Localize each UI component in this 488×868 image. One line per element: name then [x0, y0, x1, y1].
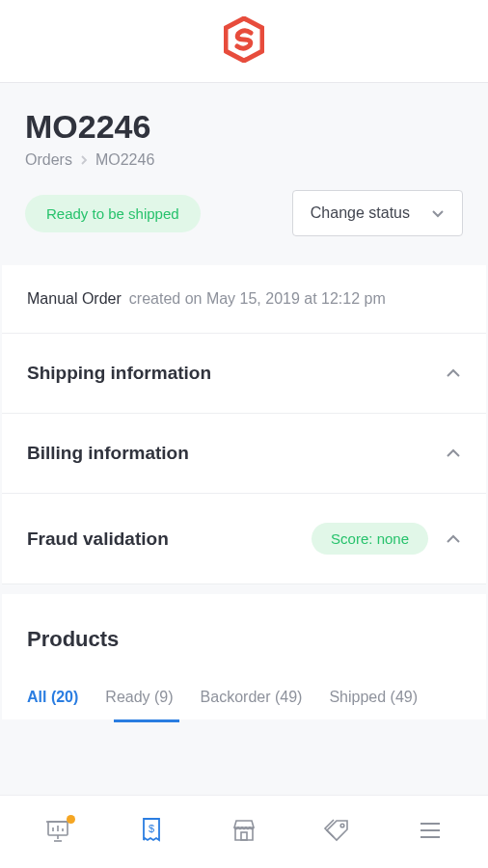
notification-dot — [67, 815, 75, 824]
products-title: Products — [2, 627, 486, 652]
fraud-title: Fraud validation — [27, 529, 169, 550]
app-logo — [224, 16, 264, 67]
breadcrumb-current: MO2246 — [95, 151, 154, 169]
page-title: MO2246 — [25, 108, 463, 146]
shipping-section[interactable]: Shipping information — [2, 334, 486, 414]
billing-section[interactable]: Billing information — [2, 414, 486, 494]
status-row: Ready to be shipped Change status — [25, 190, 463, 236]
nav-tags[interactable] — [315, 811, 358, 854]
tab-ready[interactable]: Ready (9) — [105, 689, 173, 719]
chevron-down-icon — [431, 204, 445, 222]
app-header — [0, 0, 488, 83]
chevron-up-icon — [446, 530, 461, 548]
order-meta-section: Manual Order created on May 15, 2019 at … — [2, 265, 486, 334]
nav-orders[interactable]: $ — [130, 811, 173, 854]
svg-point-10 — [341, 824, 345, 827]
tab-underline — [114, 719, 179, 722]
tab-backorder[interactable]: Backorder (49) — [201, 689, 303, 719]
fraud-section[interactable]: Fraud validation Score: none — [2, 494, 486, 584]
chevron-up-icon — [446, 365, 461, 382]
products-card: Products All (20) Ready (9) Backorder (4… — [2, 594, 486, 719]
nav-menu[interactable] — [409, 811, 451, 854]
order-type-label: Manual Order — [27, 290, 122, 308]
menu-icon — [419, 822, 442, 843]
bottom-nav: $ — [0, 795, 488, 868]
chevron-right-icon — [80, 153, 88, 168]
products-tabs: All (20) Ready (9) Backorder (49) Shippe… — [2, 689, 486, 719]
tab-shipped[interactable]: Shipped (49) — [329, 689, 418, 719]
fraud-score-badge: Score: none — [312, 523, 428, 555]
tab-all[interactable]: All (20) — [27, 689, 78, 719]
svg-text:$: $ — [149, 823, 154, 834]
change-status-label: Change status — [311, 204, 410, 222]
status-badge: Ready to be shipped — [25, 195, 201, 232]
breadcrumb: Orders MO2246 — [25, 151, 463, 169]
title-section: MO2246 Orders MO2246 Ready to be shipped… — [0, 83, 488, 265]
billing-title: Billing information — [27, 443, 189, 464]
shipping-title: Shipping information — [27, 363, 211, 384]
order-created-text: created on May 15, 2019 at 12:12 pm — [129, 290, 386, 308]
svg-rect-9 — [241, 832, 247, 840]
tag-icon — [323, 818, 350, 847]
chevron-up-icon — [446, 445, 461, 462]
order-details-card: Manual Order created on May 15, 2019 at … — [2, 265, 486, 584]
nav-inventory[interactable] — [223, 811, 265, 854]
change-status-button[interactable]: Change status — [292, 190, 463, 236]
breadcrumb-parent[interactable]: Orders — [25, 151, 72, 169]
nav-dashboard[interactable] — [37, 811, 79, 854]
store-icon — [231, 818, 257, 847]
receipt-icon: $ — [140, 817, 163, 848]
